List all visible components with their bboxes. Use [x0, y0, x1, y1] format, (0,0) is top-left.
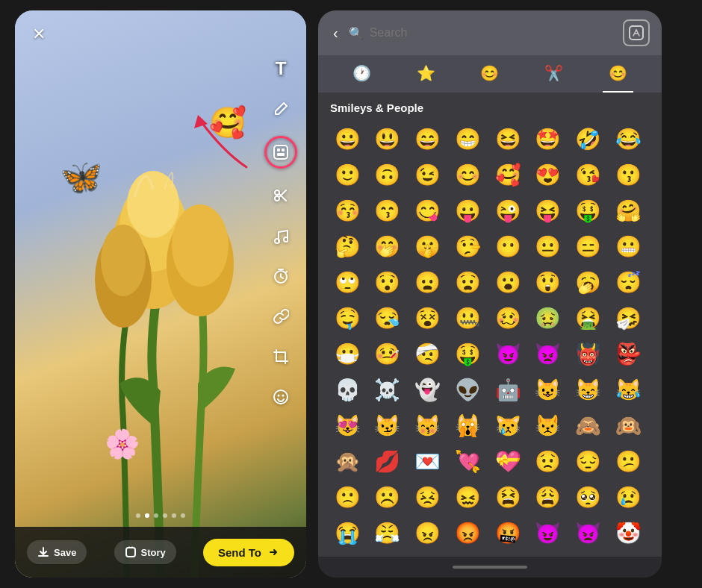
emoji-cell[interactable]: 💌 — [411, 444, 445, 478]
emoji-cell[interactable]: 😪 — [370, 301, 405, 335]
smileys-tab[interactable]: 😊 — [474, 61, 505, 85]
emoji-cell[interactable]: 🥴 — [491, 301, 525, 335]
emoji-cell[interactable]: 🤕 — [411, 337, 445, 371]
emoji-cell[interactable]: 🥺 — [571, 551, 606, 557]
emoji-cell[interactable]: 😷 — [330, 337, 364, 371]
emoji-cell[interactable]: 😵 — [411, 301, 445, 335]
emoji-cell[interactable]: ☠️ — [370, 372, 405, 407]
snapchat-sticker-button[interactable] — [623, 19, 650, 46]
emoji-face-tool-button[interactable] — [267, 384, 294, 410]
send-to-button[interactable]: Send To — [203, 539, 294, 566]
emoji-cell[interactable]: 🤐 — [450, 301, 485, 335]
emoji-cell[interactable]: 😠 — [411, 516, 445, 550]
scissors-tab[interactable]: ✂️ — [538, 61, 569, 85]
emoji-cell[interactable]: 🤓 — [411, 551, 445, 557]
emoji-cell[interactable]: 😶 — [491, 229, 525, 263]
close-button[interactable]: ✕ — [27, 22, 51, 46]
emoji-cell[interactable]: 😂 — [611, 122, 645, 156]
emoji-cell[interactable]: 👻 — [411, 372, 445, 407]
emoji-cell[interactable]: 😤 — [370, 516, 405, 550]
emoji-cell[interactable]: 😈 — [531, 516, 565, 550]
emoji-cell[interactable]: 💀 — [330, 372, 364, 407]
emoji-cell[interactable]: 😢 — [611, 480, 645, 514]
emoji-cell[interactable]: 🥰 — [491, 157, 525, 192]
butterfly-sticker[interactable]: 🦋 — [60, 160, 102, 194]
text-tool-button[interactable]: T — [267, 55, 294, 82]
emoji-cell[interactable]: 😁 — [450, 122, 485, 156]
emoji-cell[interactable]: 🤢 — [531, 301, 565, 335]
emoji-cell[interactable]: 😛 — [450, 193, 485, 228]
emoji-cell[interactable]: 😘 — [571, 157, 606, 192]
recent-tab[interactable]: 🕐 — [347, 61, 377, 85]
emoji-cell[interactable]: 😟 — [531, 444, 565, 478]
emoji-cell[interactable]: 😲 — [531, 265, 565, 299]
emoji-cell[interactable]: 💝 — [491, 444, 525, 478]
emoji-cell[interactable]: 🤑 — [571, 193, 606, 228]
save-button[interactable]: Save — [27, 540, 87, 564]
emoji-cell[interactable]: 😐 — [531, 229, 565, 263]
emoji-cell[interactable]: 🤫 — [411, 229, 445, 263]
emoji-cell[interactable]: 😾 — [531, 408, 565, 442]
emoji-cell[interactable]: 🤗 — [611, 193, 645, 228]
emoji-cell[interactable]: 😜 — [491, 193, 525, 228]
emoji-cell[interactable]: 😣 — [411, 480, 445, 514]
emoji-cell[interactable]: 👿 — [571, 516, 606, 550]
emoji-cell[interactable]: 😕 — [611, 444, 645, 478]
emoji-cell[interactable]: 🙃 — [370, 157, 405, 192]
pen-tool-button[interactable] — [267, 96, 294, 122]
emoji-cell[interactable]: 💘 — [450, 444, 485, 478]
emoji-cell[interactable]: 🤧 — [611, 301, 645, 335]
emoji-cell[interactable]: 🤤 — [330, 301, 364, 335]
emoji-cell[interactable]: 😬 — [611, 229, 645, 263]
emoji-cell[interactable]: 🤔 — [330, 229, 364, 263]
link-tool-button[interactable] — [267, 303, 294, 330]
flower-sticker[interactable]: 🌸 — [105, 430, 140, 458]
favorites-tab[interactable]: ⭐ — [411, 61, 441, 85]
emoji-cell[interactable]: 😈 — [491, 337, 525, 371]
music-tool-button[interactable] — [267, 222, 294, 249]
emoji-cell[interactable]: 🙂 — [330, 157, 364, 192]
emoji-cell[interactable]: 🥳 — [330, 551, 364, 557]
emoji-cell[interactable]: 😔 — [571, 444, 606, 478]
emoji-cell[interactable]: 💋 — [370, 444, 405, 478]
emoji-cell[interactable]: 🙁 — [330, 480, 364, 514]
emoji-cell[interactable]: 😖 — [450, 480, 485, 514]
emoji-cell[interactable]: 😼 — [370, 408, 405, 442]
emoji-cell[interactable]: ☹️ — [370, 480, 405, 514]
emoji-cell[interactable]: 😦 — [411, 265, 445, 299]
emoji-cell[interactable]: 🤩 — [531, 551, 565, 557]
emoji-cell[interactable]: 😑 — [571, 229, 606, 263]
emoji-cell[interactable]: 🥸 — [491, 551, 525, 557]
back-button[interactable]: ‹ — [330, 22, 341, 45]
emoji-cell[interactable]: 😺 — [531, 372, 565, 407]
emoji-cell[interactable]: 😎 — [450, 551, 485, 557]
emoji-cell[interactable]: 😮 — [491, 265, 525, 299]
emoji-cell[interactable]: 🤖 — [491, 372, 525, 407]
emoji-cell[interactable]: 🙊 — [330, 444, 364, 478]
emoji-cell[interactable]: 🤭 — [370, 229, 405, 263]
timer-tool-button[interactable] — [267, 263, 294, 290]
emoji-cell[interactable]: 😧 — [450, 265, 485, 299]
emoji-cell[interactable]: 🤒 — [370, 337, 405, 371]
emoji-cell[interactable]: 🤥 — [450, 229, 485, 263]
emoji-cell[interactable]: 😚 — [330, 193, 364, 228]
scissors-tool-button[interactable] — [267, 182, 294, 209]
emoji-cell[interactable]: 😊 — [450, 157, 485, 192]
emoji-cell[interactable]: 😿 — [491, 408, 525, 442]
emoji-cell[interactable]: 😉 — [411, 157, 445, 192]
emoji-cell[interactable]: 🤮 — [571, 301, 606, 335]
emoji-cell[interactable]: 😍 — [531, 157, 565, 192]
emoji-cell[interactable]: 🥺 — [571, 480, 606, 514]
emoji-cell[interactable]: 😝 — [531, 193, 565, 228]
emoji-cell[interactable]: 🤬 — [491, 516, 525, 550]
emoji-cell[interactable]: 😩 — [531, 480, 565, 514]
emoji-cell[interactable]: 😱 — [611, 551, 645, 557]
emoji-cell[interactable]: 🙉 — [611, 408, 645, 442]
emoji-cell[interactable]: 😗 — [611, 157, 645, 192]
emoji-cell[interactable]: 😯 — [370, 265, 405, 299]
emoji-cell[interactable]: 😴 — [611, 265, 645, 299]
emoji-cell[interactable]: 😄 — [411, 122, 445, 156]
crop-tool-button[interactable] — [267, 343, 294, 370]
emoji-cell[interactable]: 🙈 — [571, 408, 606, 442]
emoji-cell[interactable]: 😹 — [611, 372, 645, 407]
